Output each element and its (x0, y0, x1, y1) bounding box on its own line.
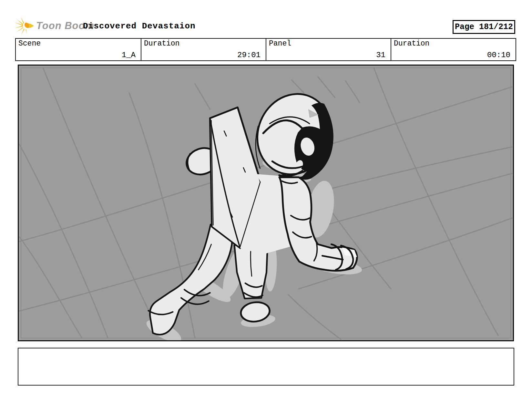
panel-duration-label: Duration (394, 39, 429, 48)
storyboard-panel-image (18, 65, 514, 341)
panel-duration-value: 00:10 (487, 51, 510, 59)
caption-box (18, 348, 514, 386)
info-cell-panel: Panel 31 (266, 39, 391, 60)
scene-duration-value: 29:01 (237, 51, 261, 59)
panel-label: Panel (269, 39, 291, 48)
project-title: Discovered Devastaion (83, 21, 196, 31)
scene-value: 1_A (122, 51, 136, 59)
toonboom-logo-icon (14, 16, 35, 36)
scene-duration-label: Duration (144, 39, 179, 48)
info-cell-panel-duration: Duration 00:10 (391, 39, 516, 60)
scene-label: Scene (18, 39, 41, 48)
info-cell-scene: Scene 1_A (16, 39, 141, 60)
panel-drawing-svg (19, 66, 513, 340)
panel-value: 31 (376, 51, 385, 59)
info-cell-scene-duration: Duration 29:01 (141, 39, 266, 60)
panel-info-bar: Scene 1_A Duration 29:01 Panel 31 Durati… (15, 38, 516, 61)
storyboard-page: Toon Boom Discovered Devastaion Page 181… (0, 0, 532, 412)
page-number-box: Page 181/212 (453, 20, 515, 34)
